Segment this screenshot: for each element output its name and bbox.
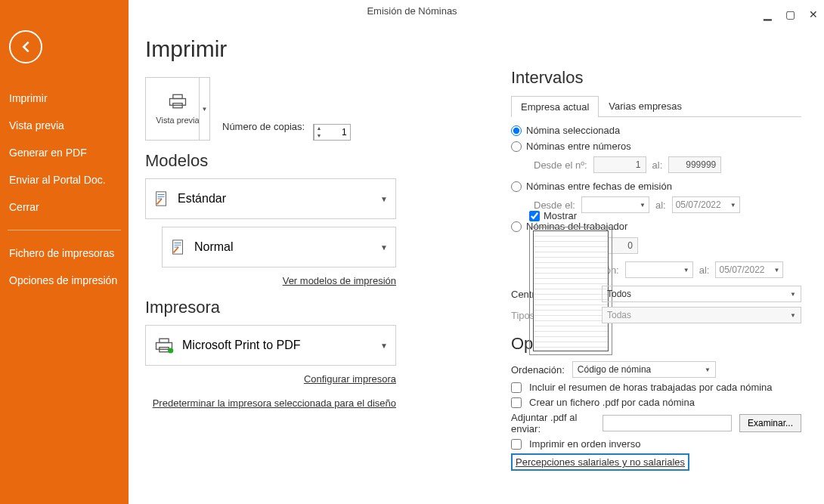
spinner-up-icon[interactable]: ▲ [314,125,324,132]
adjuntar-pdf-input[interactable] [603,415,732,431]
radio-nomina-seleccionada[interactable]: Nómina seleccionada [511,125,801,136]
centro-trabajo-select[interactable]: Todos▼ [602,286,801,302]
ordenacion-select[interactable]: Código de nómina▼ [572,361,716,378]
svg-rect-1 [173,94,182,98]
model-normal-select[interactable]: Normal ▼ [162,227,396,267]
chk-resumen-horas[interactable]: Incluir el resumen de horas trabajadas p… [511,382,801,393]
percepciones-link[interactable]: Percepciones salariales y no salariales [516,456,685,468]
preview-dropdown-icon[interactable]: ▼ [199,78,209,140]
chk-pdf-por-nomina[interactable]: Crear un fichero .pdf por cada nómina [511,397,801,408]
printer-icon [167,93,188,110]
document-icon [170,239,187,255]
emision-desde-input[interactable]: ▼ [625,261,693,278]
window-title: Emisión de Nóminas [367,5,457,17]
chevron-down-icon: ▼ [380,342,388,350]
svg-rect-0 [170,99,186,106]
radio-nominas-numeros[interactable]: Nóminas entre números [511,141,801,152]
chevron-down-icon: ▼ [380,195,388,203]
nav-generar-pdf[interactable]: Generar en PDF [0,139,129,166]
intervalos-heading: Intervalos [511,68,801,88]
model-estandar-select[interactable]: Estándar ▼ [145,178,396,219]
radio-nominas-fechas[interactable]: Nóminas entre fechas de emisión [511,181,801,192]
copies-label: Número de copias: [222,121,305,132]
copies-input[interactable] [324,125,350,140]
nav-imprimir[interactable]: Imprimir [0,85,129,112]
hasta-fecha-input[interactable]: 05/07/2022▼ [672,196,740,213]
printer-ready-icon [153,337,175,354]
predeterminar-impresora-link[interactable]: Predeterminar la impresora seleccionada … [153,397,396,409]
models-heading: Modelos [145,151,493,171]
printer-heading: Impresora [145,298,493,317]
configurar-impresora-link[interactable]: Configurar impresora [304,373,396,385]
desde-fecha-input[interactable]: ▼ [581,196,649,213]
page-heading: Imprimir [145,36,493,62]
tab-varias-empresas[interactable]: Varias empresas [599,95,692,116]
spinner-down-icon[interactable]: ▼ [314,132,324,140]
copies-spinner[interactable]: ▲▼ [313,124,351,141]
mostrar-checkbox[interactable]: Mostrar [529,210,577,221]
nav-enviar-portal[interactable]: Enviar al Portal Doc. [0,166,129,193]
nav-cerrar[interactable]: Cerrar [0,193,129,221]
nav-fichero-impresoras[interactable]: Fichero de impresoras [0,240,129,267]
nav-opciones-impresion[interactable]: Opciones de impresión [0,267,129,294]
vista-previa-button[interactable]: Vista previa ▼ [145,77,210,141]
ver-modelos-link[interactable]: Ver modelos de impresión [283,275,396,286]
model-preview [529,227,612,355]
tipos-nomina-select[interactable]: Todas▼ [602,307,801,323]
tab-empresa-actual[interactable]: Empresa actual [511,96,599,117]
hasta-num-input[interactable] [668,156,721,173]
chk-orden-inverso[interactable]: Imprimir en orden inverso [511,438,801,450]
document-icon [153,190,170,207]
printer-select[interactable]: Microsoft Print to PDF ▼ [145,325,396,366]
back-button[interactable] [9,30,42,63]
emision-hasta-input[interactable]: 05/07/2022▼ [715,261,783,278]
examinar-button[interactable]: Examinar... [739,414,801,432]
nav-vista-previa[interactable]: Vista previa [0,112,129,139]
desde-num-input[interactable] [593,156,646,173]
svg-point-8 [168,348,173,354]
chevron-down-icon: ▼ [380,243,388,252]
sidebar: Imprimir Vista previa Generar en PDF Env… [0,0,129,504]
svg-rect-6 [160,339,169,342]
